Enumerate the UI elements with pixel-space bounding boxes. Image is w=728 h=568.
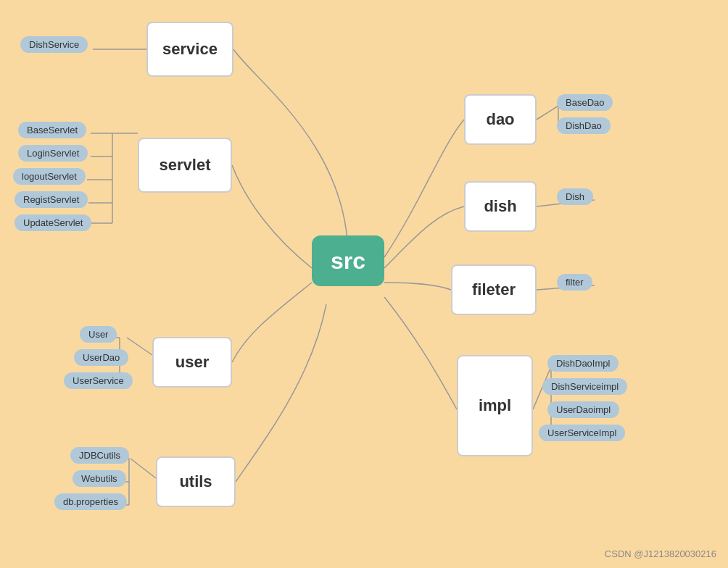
pill-LoginServlet: LoginServlet [18, 145, 88, 162]
pill-logoutServlet: logoutServlet [13, 168, 86, 185]
center-label: src [331, 248, 365, 275]
watermark: CSDN @J1213820030216 [605, 548, 716, 559]
box-service: service [146, 22, 233, 77]
box-utils: utils [156, 456, 236, 507]
svg-line-13 [131, 459, 156, 478]
pill-UserDaoimpl: UserDaoimpl [547, 401, 619, 418]
pill-BaseDao: BaseDao [557, 94, 613, 111]
pill-DishService: DishService [20, 36, 88, 53]
pill-DishDao: DishDao [557, 117, 611, 134]
pill-BaseServlet: BaseServlet [18, 122, 86, 138]
box-user-label: user [175, 353, 209, 372]
pill-User: User [80, 326, 117, 343]
svg-line-18 [537, 106, 558, 120]
center-node: src [312, 235, 384, 286]
box-servlet: servlet [138, 138, 232, 193]
pill-UserServiceImpl: UserServiceImpl [539, 425, 625, 441]
pill-filter: filter [557, 274, 592, 291]
pill-Dish: Dish [557, 188, 593, 205]
pill-UpdateServlet: UpdateServlet [15, 214, 91, 231]
svg-line-8 [127, 338, 152, 355]
box-fileter: fileter [451, 264, 537, 315]
pill-Webutils: Webutils [73, 470, 126, 487]
pill-JDBCutils: JDBCutils [70, 447, 129, 464]
box-dish: dish [464, 181, 537, 232]
box-dao-label: dao [486, 110, 514, 129]
pill-RegistServlet: RegistServlet [15, 191, 88, 208]
box-utils-label: utils [179, 472, 212, 491]
pill-DishDaoImpl: DishDaoImpl [547, 355, 619, 372]
pill-DishServiceimpl: DishServiceimpl [542, 378, 627, 395]
box-servlet-label: servlet [160, 156, 211, 175]
box-fileter-label: fileter [472, 280, 516, 299]
pill-UserService: UserService [64, 372, 133, 389]
pill-dbproperties: db.properties [54, 493, 127, 510]
box-user: user [152, 337, 232, 388]
box-impl: impl [457, 355, 533, 456]
pill-UserDao: UserDao [74, 349, 128, 366]
box-dao: dao [464, 94, 537, 145]
box-service-label: service [162, 40, 218, 59]
box-dish-label: dish [484, 197, 516, 216]
box-impl-label: impl [479, 396, 511, 415]
